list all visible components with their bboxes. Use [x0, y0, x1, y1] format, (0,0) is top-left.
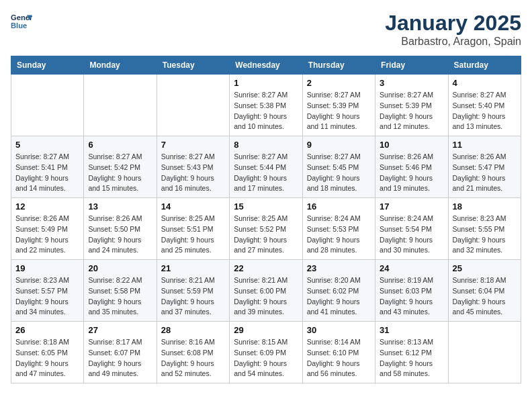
day-cell: 14Sunrise: 8:25 AMSunset: 5:51 PMDayligh… [157, 198, 229, 260]
day-info-line: and 22 minutes. [15, 245, 79, 256]
day-info-line: Sunset: 5:44 PM [234, 163, 298, 173]
day-cell: 28Sunrise: 8:16 AMSunset: 6:08 PMDayligh… [157, 322, 229, 383]
day-info-line: Sunrise: 8:26 AM [380, 152, 443, 163]
day-cell: 12Sunrise: 8:26 AMSunset: 5:49 PMDayligh… [11, 198, 84, 260]
day-info-line: and 16 minutes. [161, 183, 225, 194]
day-info-line: Daylight: 9 hours [88, 235, 152, 246]
day-info-line: Daylight: 9 hours [453, 173, 517, 184]
weekday-friday: Friday [375, 56, 448, 75]
day-cell: 23Sunrise: 8:20 AMSunset: 6:02 PMDayligh… [302, 260, 375, 322]
day-number: 23 [307, 263, 371, 273]
day-info-line: Daylight: 9 hours [15, 235, 79, 246]
day-info-line: and 37 minutes. [161, 307, 225, 318]
day-info-line: Daylight: 9 hours [88, 173, 152, 184]
day-info-line: Sunset: 5:43 PM [161, 163, 225, 173]
day-info-line: Sunrise: 8:25 AM [234, 214, 298, 224]
day-info-line: Sunset: 5:38 PM [234, 101, 298, 111]
day-info-line: and 49 minutes. [88, 369, 152, 379]
day-info-line: Daylight: 9 hours [380, 111, 443, 122]
day-info-line: Sunrise: 8:22 AM [88, 275, 152, 286]
day-info-line: and 30 minutes. [380, 245, 443, 256]
day-info-line: Sunrise: 8:15 AM [234, 337, 298, 348]
day-info-line: Sunset: 5:52 PM [234, 224, 298, 235]
day-cell: 2Sunrise: 8:27 AMSunset: 5:39 PMDaylight… [302, 75, 375, 136]
day-info-line: Sunrise: 8:25 AM [161, 214, 225, 224]
day-info-line: Daylight: 9 hours [307, 235, 371, 246]
day-info-line: and 15 minutes. [88, 183, 152, 194]
day-info-line: and 12 minutes. [380, 122, 443, 132]
day-info-line: Daylight: 9 hours [234, 297, 298, 308]
day-info-line: Daylight: 9 hours [307, 111, 371, 122]
day-number: 26 [15, 325, 79, 335]
day-cell: 22Sunrise: 8:21 AMSunset: 6:00 PMDayligh… [230, 260, 302, 322]
week-row-2: 5Sunrise: 8:27 AMSunset: 5:41 PMDaylight… [11, 136, 521, 198]
weekday-monday: Monday [84, 56, 157, 75]
day-info-line: Sunset: 6:00 PM [234, 286, 298, 297]
day-info-line: Sunset: 5:39 PM [380, 101, 443, 111]
day-info-line: Sunrise: 8:19 AM [380, 275, 443, 286]
day-info-line: Sunset: 6:10 PM [307, 348, 371, 359]
day-number: 9 [307, 140, 371, 150]
day-info-line: Sunrise: 8:18 AM [453, 275, 517, 286]
week-row-1: 1Sunrise: 8:27 AMSunset: 5:38 PMDaylight… [11, 75, 521, 136]
day-info-line: Daylight: 9 hours [307, 173, 371, 184]
day-info-line: Daylight: 9 hours [234, 235, 298, 246]
day-cell: 4Sunrise: 8:27 AMSunset: 5:40 PMDaylight… [448, 75, 521, 136]
day-cell: 11Sunrise: 8:26 AMSunset: 5:47 PMDayligh… [448, 136, 521, 198]
day-number: 7 [161, 140, 225, 150]
day-number: 17 [380, 201, 443, 212]
day-info-line: and 25 minutes. [161, 245, 225, 256]
day-info-line: Sunrise: 8:27 AM [307, 90, 371, 101]
day-info-line: Sunrise: 8:24 AM [380, 214, 443, 224]
day-number: 20 [88, 263, 152, 273]
day-info-line: and 18 minutes. [307, 183, 371, 194]
day-number: 22 [234, 263, 298, 273]
day-number: 15 [234, 201, 298, 212]
day-info-line: Sunset: 6:05 PM [15, 348, 79, 359]
day-info-line: and 56 minutes. [307, 369, 371, 379]
calendar: SundayMondayTuesdayWednesdayThursdayFrid… [11, 56, 521, 383]
day-info-line: Sunrise: 8:27 AM [234, 90, 298, 101]
day-cell: 18Sunrise: 8:23 AMSunset: 5:55 PMDayligh… [448, 198, 521, 260]
day-cell: 5Sunrise: 8:27 AMSunset: 5:41 PMDaylight… [11, 136, 84, 198]
day-number: 12 [15, 201, 79, 212]
day-info-line: Sunrise: 8:21 AM [234, 275, 298, 286]
day-info-line: and 27 minutes. [234, 245, 298, 256]
day-info-line: Sunrise: 8:17 AM [88, 337, 152, 348]
day-info-line: Daylight: 9 hours [15, 297, 79, 308]
day-info-line: Sunrise: 8:27 AM [380, 90, 443, 101]
day-info-line: and 14 minutes. [15, 183, 79, 194]
day-info-line: Daylight: 9 hours [307, 297, 371, 308]
day-info-line: and 17 minutes. [234, 183, 298, 194]
day-info-line: Daylight: 9 hours [161, 173, 225, 184]
logo-icon: General Blue [11, 11, 32, 32]
week-row-4: 19Sunrise: 8:23 AMSunset: 5:57 PMDayligh… [11, 260, 521, 322]
day-number: 14 [161, 201, 225, 212]
day-info-line: Sunset: 5:46 PM [380, 163, 443, 173]
day-cell [84, 75, 157, 136]
day-cell: 20Sunrise: 8:22 AMSunset: 5:58 PMDayligh… [84, 260, 157, 322]
day-info-line: and 43 minutes. [380, 307, 443, 318]
location-title: Barbastro, Aragon, Spain [385, 36, 521, 48]
day-info-line: Sunrise: 8:27 AM [234, 152, 298, 163]
day-info-line: and 35 minutes. [88, 307, 152, 318]
day-info-line: Sunrise: 8:27 AM [161, 152, 225, 163]
day-info-line: Sunrise: 8:16 AM [161, 337, 225, 348]
day-info-line: Sunset: 6:12 PM [380, 348, 443, 359]
day-info-line: and 52 minutes. [161, 369, 225, 379]
day-info-line: Sunrise: 8:27 AM [453, 90, 517, 101]
day-info-line: Daylight: 9 hours [88, 297, 152, 308]
day-info-line: Sunset: 6:02 PM [307, 286, 371, 297]
day-cell: 10Sunrise: 8:26 AMSunset: 5:46 PMDayligh… [375, 136, 448, 198]
day-info-line: and 10 minutes. [234, 122, 298, 132]
day-info-line: and 47 minutes. [15, 369, 79, 379]
day-info-line: Sunrise: 8:27 AM [307, 152, 371, 163]
day-info-line: Sunset: 5:51 PM [161, 224, 225, 235]
day-info-line: Sunrise: 8:18 AM [15, 337, 79, 348]
day-info-line: and 34 minutes. [15, 307, 79, 318]
day-cell [448, 322, 521, 383]
day-cell: 9Sunrise: 8:27 AMSunset: 5:45 PMDaylight… [302, 136, 375, 198]
day-cell: 13Sunrise: 8:26 AMSunset: 5:50 PMDayligh… [84, 198, 157, 260]
day-cell: 24Sunrise: 8:19 AMSunset: 6:03 PMDayligh… [375, 260, 448, 322]
day-info-line: and 28 minutes. [307, 245, 371, 256]
